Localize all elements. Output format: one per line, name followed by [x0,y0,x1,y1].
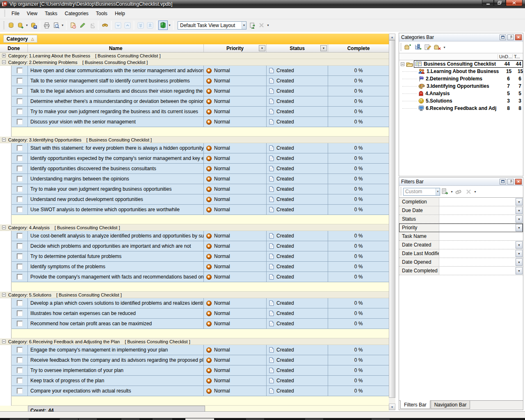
task-row[interactable]: Start with this statement: for every pro… [0,143,389,153]
categories-restore-icon[interactable] [500,34,506,40]
column-header-done[interactable]: Done [0,44,28,52]
priority-filter-button[interactable]: ▼ [259,45,265,51]
task-name-cell[interactable]: Use SWOT analysis to determine which opp… [28,205,204,215]
task-done-checkbox[interactable] [17,155,23,161]
task-status-cell[interactable]: Created [267,86,328,96]
task-done-checkbox[interactable] [17,264,23,269]
task-row[interactable]: Try to make your own judgment regarding … [0,107,389,117]
clear-filter-button[interactable] [454,187,463,196]
task-name-cell[interactable]: Determine whether there's a misunderstan… [28,96,204,107]
task-done-checkbox[interactable] [17,378,23,383]
new-category-button[interactable] [413,42,423,52]
task-priority-cell[interactable]: Normal [204,194,267,205]
collapse-icon[interactable] [2,226,6,229]
task-status-cell[interactable]: Created [267,96,328,107]
filter-row-priority[interactable]: Priority▼ [399,224,523,232]
task-row[interactable]: Compare your expectations with actual re… [0,386,389,396]
menu-help[interactable]: Help [111,9,129,18]
task-row[interactable]: Identify opportunities discovered the bu… [0,164,389,174]
task-priority-cell[interactable]: Normal [204,96,267,107]
task-row[interactable]: Have open and clear communications with … [0,66,389,76]
task-name-cell[interactable]: Try to make your own judgment regarding … [28,107,204,117]
task-done-checkbox[interactable] [17,310,23,316]
task-status-cell[interactable]: Created [267,386,328,396]
task-name-cell[interactable]: Use cost-benefit analysis to analyze ide… [28,231,204,241]
task-priority-cell[interactable]: Normal [204,345,267,355]
task-priority-cell[interactable]: Normal [204,376,267,386]
collapse-icon[interactable] [2,60,6,64]
task-status-cell[interactable]: Created [267,272,328,282]
tree-item-selected[interactable]: Business Consulting Checklist4444 [414,60,523,68]
task-done-checkbox[interactable] [17,357,23,363]
filter-value-field[interactable] [439,241,515,249]
task-row[interactable]: Try to oversee implementation of your pl… [0,365,389,376]
filter-row-due-date[interactable]: Due Date▼ [399,206,523,215]
category-group-row[interactable]: Category: 5.Solutions[ Business Consulti… [0,292,389,298]
task-row[interactable]: Provide the company's management with fa… [0,272,389,282]
move-down-button[interactable] [113,21,123,30]
save-layout-button[interactable] [247,21,257,30]
task-list-scrollbar[interactable]: ▲ ▼ [389,34,395,410]
menu-view[interactable]: View [23,9,41,18]
category-tree-item[interactable]: 3.Identifying Opportunities77 [399,82,523,90]
category-tree-item[interactable]: 2.Determining Problems66 [399,75,523,82]
task-priority-cell[interactable]: Normal [204,298,267,308]
task-done-checkbox[interactable] [17,186,23,192]
task-done-checkbox[interactable] [17,78,23,84]
scroll-down-arrow[interactable]: ▼ [389,404,395,410]
task-name-cell[interactable]: Talk to the senior management staff to i… [28,76,204,86]
task-priority-cell[interactable]: Normal [204,184,267,194]
group-by-chip[interactable]: Category △ [3,35,37,43]
print-preview-dropdown[interactable]: ▾ [61,23,64,27]
task-name-cell[interactable]: Identify opportunities expected by the c… [28,153,204,164]
task-status-cell[interactable]: Created [267,365,328,376]
task-status-cell[interactable]: Created [267,184,328,194]
category-tree-item[interactable]: 4.Analysis55 [399,90,523,97]
task-done-checkbox[interactable] [17,368,23,373]
task-row[interactable]: Try to make your own judgment regarding … [0,184,389,194]
task-status-cell[interactable]: Created [267,231,328,241]
filter-row-status[interactable]: Status▼ [399,215,523,224]
task-priority-cell[interactable]: Normal [204,174,267,184]
task-done-checkbox[interactable] [17,274,23,280]
task-done-checkbox[interactable] [17,243,23,249]
column-header-name[interactable]: Name [28,44,204,52]
filter-value-field[interactable] [439,249,515,258]
task-row[interactable]: Determine whether there's a misunderstan… [0,96,389,107]
task-name-cell[interactable]: Keep track of progress of the plan [28,376,204,386]
delete-category-button[interactable] [433,42,443,52]
drag-task-button[interactable] [87,21,96,30]
category-group-row[interactable]: Category: 4.Analysis[ Business Consultin… [0,224,389,231]
task-status-cell[interactable]: Created [267,355,328,365]
task-done-checkbox[interactable] [17,388,23,394]
task-done-checkbox[interactable] [17,347,23,353]
task-priority-cell[interactable]: Normal [204,107,267,117]
task-status-cell[interactable]: Created [267,164,328,174]
edit-task-button[interactable] [78,21,87,30]
task-done-checkbox[interactable] [17,88,23,94]
task-status-cell[interactable]: Created [267,174,328,184]
task-status-cell[interactable]: Created [267,319,328,329]
view-layout-dropdown[interactable]: ▾ [168,23,171,27]
filter-row-date-last-modifie[interactable]: Date Last Modifie▼ [399,249,523,258]
task-row[interactable]: Use SWOT analysis to determine which opp… [0,205,389,215]
category-tree-item[interactable]: 1.Learning About the Business1515 [399,68,523,75]
task-priority-cell[interactable]: Normal [204,66,267,76]
task-done-checkbox[interactable] [17,166,23,171]
task-row[interactable]: Decide which problems and opportunities … [0,241,389,251]
move-top-button[interactable] [145,21,155,30]
categories-toolbar-overflow[interactable]: ▾ [443,46,446,49]
task-row[interactable]: Talk to the legal advisors and consultan… [0,86,389,96]
category-group-row[interactable]: Category: 1.Learning About the Business[… [0,52,389,59]
task-name-cell[interactable]: Identify symptoms of the problems [28,262,204,272]
task-row[interactable]: Try to determine potential future proble… [0,251,389,262]
filter-value-field[interactable] [439,232,523,240]
categories-close-icon[interactable]: ✕ [515,34,522,40]
tab-filters-bar[interactable]: Filters Bar [400,400,430,409]
task-priority-cell[interactable]: Normal [204,117,267,127]
task-status-cell[interactable]: Created [267,298,328,308]
layout-combo[interactable]: Default Task View Layout ▼ [178,21,247,30]
scroll-thumb[interactable] [389,40,395,398]
delete-filter-button[interactable] [463,187,473,196]
task-priority-cell[interactable]: Normal [204,386,267,396]
